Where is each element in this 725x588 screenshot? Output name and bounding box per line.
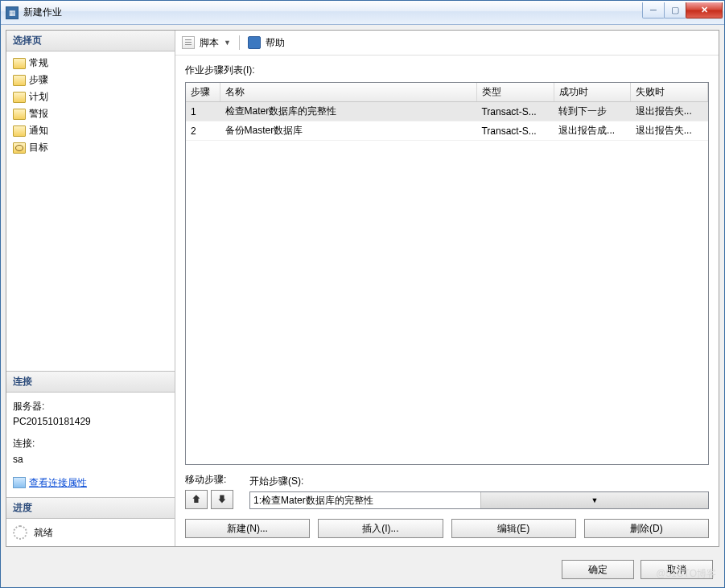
sidebar-item-label: 计划: [29, 90, 48, 104]
page-icon: [13, 58, 26, 69]
cell-fail: 退出报告失...: [631, 121, 708, 141]
cancel-button[interactable]: 取消: [641, 560, 713, 579]
arrow-up-icon: 🡅: [192, 494, 201, 505]
move-step-label: 移动步骤:: [185, 473, 233, 487]
cell-type: Transact-S...: [476, 102, 554, 121]
cell-ok: 退出报告成...: [554, 121, 631, 141]
col-type[interactable]: 类型: [476, 83, 554, 102]
sidebar-item-general[interactable]: 常规: [6, 55, 175, 72]
connection-value: sa: [13, 452, 168, 467]
help-button[interactable]: 帮助: [266, 36, 285, 50]
ok-button[interactable]: 确定: [562, 560, 634, 579]
sidebar-item-label: 通知: [29, 124, 48, 138]
view-connection-properties-link[interactable]: 查看连接属性: [13, 475, 168, 491]
minimize-button[interactable]: ─: [642, 2, 665, 19]
toolbar: 脚本 ▼ 帮助: [175, 31, 719, 56]
help-icon: [248, 36, 261, 49]
properties-icon: [13, 477, 26, 488]
cell-type: Transact-S...: [476, 121, 554, 141]
start-step-combo[interactable]: 1:检查Mater数据库的完整性 ▼: [249, 491, 709, 509]
sidebar: 选择页 常规 步骤 计划 警报 通知 目标 连接 服务器: PC20151018…: [6, 31, 175, 546]
cell-name: 备份Master数据库: [220, 121, 477, 141]
script-button[interactable]: 脚本: [200, 36, 219, 50]
progress-status: 就绪: [34, 526, 53, 540]
table-row[interactable]: 1 检查Mater数据库的完整性 Transact-S... 转到下一步 退出报…: [186, 102, 708, 121]
target-icon: [13, 142, 26, 154]
main-panel: 脚本 ▼ 帮助 作业步骤列表(I): 步骤 名称 类型 成功时 失败时: [175, 31, 719, 546]
spinner-icon: [13, 525, 27, 540]
col-success[interactable]: 成功时: [554, 83, 631, 102]
dialog-footer: 确定 取消: [1, 552, 724, 587]
page-icon: [13, 75, 26, 86]
sidebar-item-alerts[interactable]: 警报: [6, 105, 175, 122]
script-dropdown-icon[interactable]: ▼: [224, 39, 231, 47]
sidebar-item-schedules[interactable]: 计划: [6, 88, 175, 105]
window-title: 新建作业: [23, 6, 643, 19]
cell-step: 2: [186, 121, 220, 141]
close-button[interactable]: ✕: [686, 2, 723, 19]
connection-header: 连接: [6, 372, 175, 393]
page-icon: [13, 109, 26, 120]
sidebar-item-label: 警报: [29, 107, 48, 121]
page-icon: [13, 92, 26, 103]
arrow-down-icon: 🡇: [217, 494, 227, 505]
script-icon: [182, 36, 195, 49]
app-icon: ▦: [6, 6, 19, 19]
delete-button[interactable]: 删除(D): [584, 519, 709, 538]
separator: [239, 35, 240, 50]
server-value: PC201510181429: [13, 414, 168, 430]
sidebar-item-label: 常规: [29, 56, 48, 70]
progress-header: 进度: [6, 498, 175, 519]
cell-ok: 转到下一步: [554, 102, 631, 121]
col-step[interactable]: 步骤: [186, 83, 220, 102]
col-name[interactable]: 名称: [220, 83, 477, 102]
server-label: 服务器:: [13, 399, 168, 414]
new-button[interactable]: 新建(N)...: [185, 519, 310, 538]
maximize-button[interactable]: ▢: [664, 2, 686, 19]
sidebar-item-notifications[interactable]: 通知: [6, 122, 175, 139]
sidebar-item-steps[interactable]: 步骤: [6, 72, 175, 88]
cell-name: 检查Mater数据库的完整性: [220, 102, 477, 121]
steps-grid[interactable]: 步骤 名称 类型 成功时 失败时 1 检查Mater数据库的完整性 Transa…: [185, 82, 709, 465]
col-failure[interactable]: 失败时: [631, 83, 708, 102]
insert-button[interactable]: 插入(I)...: [318, 519, 443, 538]
cell-fail: 退出报告失...: [631, 102, 708, 121]
titlebar: ▦ 新建作业 ─ ▢ ✕: [1, 1, 724, 25]
table-row[interactable]: 2 备份Master数据库 Transact-S... 退出报告成... 退出报…: [186, 121, 708, 141]
connection-label: 连接:: [13, 436, 168, 451]
sidebar-item-label: 目标: [29, 141, 48, 154]
cell-step: 1: [186, 102, 220, 121]
start-step-value: 1:检查Mater数据库的完整性: [253, 494, 480, 508]
sidebar-item-label: 步骤: [29, 73, 48, 87]
page-icon: [13, 125, 26, 137]
select-page-header: 选择页: [6, 31, 175, 51]
move-up-button[interactable]: 🡅: [185, 490, 208, 509]
step-list-label: 作业步骤列表(I):: [185, 64, 709, 77]
edit-button[interactable]: 编辑(E): [451, 519, 576, 538]
link-label: 查看连接属性: [29, 475, 87, 491]
start-step-label: 开始步骤(S):: [249, 475, 709, 488]
move-down-button[interactable]: 🡇: [211, 490, 233, 509]
chevron-down-icon: ▼: [480, 492, 708, 508]
sidebar-item-targets[interactable]: 目标: [6, 139, 175, 156]
